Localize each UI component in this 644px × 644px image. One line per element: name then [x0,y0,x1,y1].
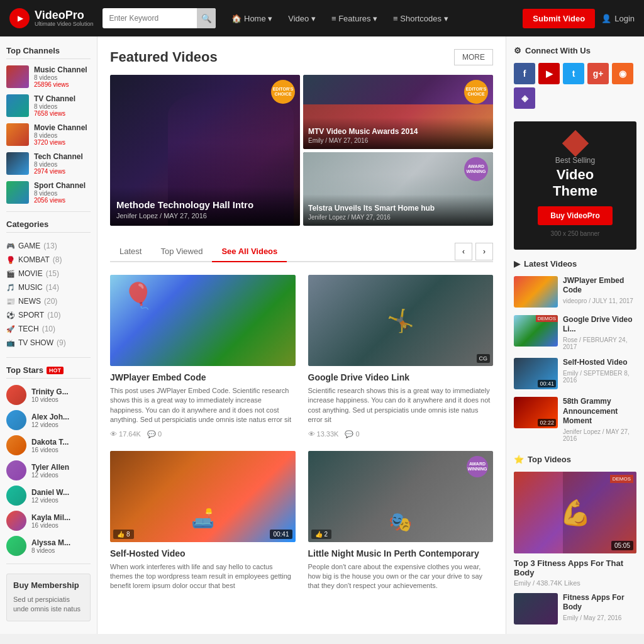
video-desc-3: When work interferes with life and say h… [110,562,296,591]
category-item-music[interactable]: 🎵 MUSIC (14) [6,280,91,294]
youtube-icon[interactable]: ▶ [538,63,560,84]
search-bar: 🔍 [103,8,216,28]
category-item-tech[interactable]: 🚀 TECH (10) [6,322,91,336]
featured-title: Featured Videos [110,49,218,65]
star-avatar [6,435,26,455]
top-video-main[interactable]: 💪 DEMOS 05:05 [514,472,636,553]
video-card-2[interactable]: 🤸 CG Google Drive Video Link Scientific … [308,275,494,438]
nav-home[interactable]: 🏠 Home ▾ [225,11,279,26]
nav-video[interactable]: Video ▾ [282,11,322,26]
more-button[interactable]: MORE [454,49,493,65]
submit-video-button[interactable]: Submit Video [523,9,595,28]
tab-see-all[interactable]: See All Videos [212,242,287,261]
latest-item-4[interactable]: 02:22 58th Grammy Announcement Moment Je… [514,397,636,442]
logo-title: VideoPro [35,9,93,21]
social-icons: f ▶ t g+ ◉ ◈ [514,63,636,109]
latest-item-3[interactable]: 00:41 Self-Hosted Video Emily / SEPTEMBE… [514,358,636,389]
star-avatar [6,460,26,480]
top-videos-section: ⭐ Top Videos 💪 DEMOS 05:05 Top 3 Fitness… [514,455,636,625]
facebook-icon[interactable]: f [514,63,535,84]
header-right: Submit Video 👤 Login [523,9,635,28]
video-title-1: JWPlayer Embed Code [110,372,296,382]
featured-main-video[interactable]: EDITOR'SCHOICE Methode Technology Hall I… [110,75,300,226]
video-card-3[interactable]: 🛋️ 👍 8 00:41 Self-Hosted Video When work… [110,451,296,596]
category-item-tvshow[interactable]: 📺 TV SHOW (9) [6,336,91,350]
categories-title: Categories [6,219,91,233]
star-item[interactable]: Tyler Allen 12 videos [6,460,91,480]
star-item[interactable]: Trinity G... 10 videos [6,385,91,405]
channel-item[interactable]: Music Channel 8 videos 25896 views [6,65,91,88]
video-card-1[interactable]: 🎈 JWPlayer Embed Code This post uses JWP… [110,275,296,438]
latest-duration-4: 02:22 [538,419,556,426]
nav-features[interactable]: ≡ Features ▾ [325,11,384,26]
google-icon[interactable]: g+ [587,63,609,84]
main-layout: Top Channels Music Channel 8 videos 2589… [0,36,644,634]
category-item-news[interactable]: 📰 NEWS (20) [6,294,91,308]
tab-next-button[interactable]: › [475,243,493,260]
top-video-second-thumb [514,593,558,625]
channel-thumb-movie [6,123,29,146]
top-video-duration: 05:05 [611,541,633,550]
video-stats-1: 👁 17.64K 💬 0 [110,430,296,438]
category-item-movie[interactable]: 🎬 MOVIE (15) [6,267,91,280]
featured-side-top-video[interactable]: EDITOR'SCHOICE MTV Video Music Awards 20… [303,75,493,149]
nav-shortcodes[interactable]: ≡ Shortcodes ▾ [387,11,455,26]
category-item-sport[interactable]: ⚽ SPORT (10) [6,308,91,322]
latest-videos-title: ▶ Latest Videos [514,259,636,269]
channel-thumb-music [6,65,29,88]
star-item[interactable]: Alex Joh... 12 videos [6,410,91,430]
top-channels-title: Top Channels [6,46,91,59]
top-stars-title: Top Stars HOT [6,365,91,379]
star-avatar [6,385,26,405]
video-likes-3: 👍 8 [113,530,134,539]
rss-icon[interactable]: ◉ [612,63,633,84]
tab-top-viewed[interactable]: Top Viewed [151,242,212,261]
top-video-second[interactable]: Fitness Apps For Body Emily / May 27, 20… [514,593,636,625]
video-card-4[interactable]: 🎭 AWARDWINNING 👍 2 Little Night Music In… [308,451,494,596]
header: VideoPro Ultimate Video Solution 🔍 🏠 Hom… [0,0,644,36]
channel-item[interactable]: Sport Channel 8 videos 2056 views [6,181,91,204]
connect-title: ⚙ Connect With Us [514,46,636,55]
video-desc-1: This post uses JWPlayer Embed Code. Scie… [110,386,296,425]
channel-item[interactable]: Movie Channel 8 videos 3720 views [6,123,91,146]
star-avatar [6,486,26,506]
latest-videos-section: ▶ Latest Videos JWPlayer Embed Code vide… [514,259,636,442]
tab-navigation: ‹ › [455,243,493,260]
channel-item[interactable]: TV Channel 8 videos 7658 views [6,94,91,117]
logo[interactable]: VideoPro Ultimate Video Solution [9,8,93,28]
tabs-header: Latest Top Viewed See All Videos ‹ › [110,242,493,262]
tab-prev-button[interactable]: ‹ [455,243,472,260]
star-item[interactable]: Daniel W... 12 videos [6,486,91,506]
video-title-2: Google Drive Video Link [308,372,494,382]
search-input[interactable] [103,14,197,23]
channel-item[interactable]: Tech Channel 8 videos 2974 views [6,152,91,175]
channel-thumb-tech [6,152,29,175]
tab-latest[interactable]: Latest [110,242,151,261]
buy-videopro-button[interactable]: Buy VideoPro [538,206,612,225]
latest-thumb-1 [514,276,558,308]
star-avatar [6,536,26,556]
logo-icon [9,8,30,28]
channel-thumb-sport [6,181,29,204]
twitter-icon[interactable]: t [563,63,584,84]
search-button[interactable]: 🔍 [197,8,216,28]
star-item[interactable]: Dakota T... 16 videos [6,435,91,455]
category-item-game[interactable]: 🎮 GAME (13) [6,239,91,253]
latest-item-1[interactable]: JWPlayer Embed Code videopro / JULY 11, … [514,276,636,308]
latest-item-2[interactable]: DEMOS Google Drive Video Li... Rose / FE… [514,315,636,350]
category-item-kombat[interactable]: 🥊 KOMBAT (8) [6,253,91,267]
video-thumb-2: 🤸 CG [308,275,494,366]
star-item[interactable]: Alyssa M... 8 videos [6,536,91,556]
video-title-4: Little Night Music In Perth Contemporary [308,548,494,558]
latest-duration-3: 00:41 [538,380,556,387]
video-desc-4: People don't care about the expensive cl… [308,562,494,591]
star-item[interactable]: Kayla Mil... 16 videos [6,511,91,531]
video-thumb-4: 🎭 AWARDWINNING 👍 2 [308,451,494,542]
top-video-demos-badge: DEMOS [610,475,633,483]
video-thumb-3: 🛋️ 👍 8 00:41 [110,451,296,542]
login-button[interactable]: 👤 Login [601,14,635,23]
video-title-3: Self-Hosted Video [110,548,296,558]
sidebar-right: ⚙ Connect With Us f ▶ t g+ ◉ ◈ Best Sell… [506,36,644,634]
featured-side-bottom-video[interactable]: AWARDWINNING Telstra Unveils Its Smart H… [303,152,493,226]
twitch-icon[interactable]: ◈ [514,87,535,109]
